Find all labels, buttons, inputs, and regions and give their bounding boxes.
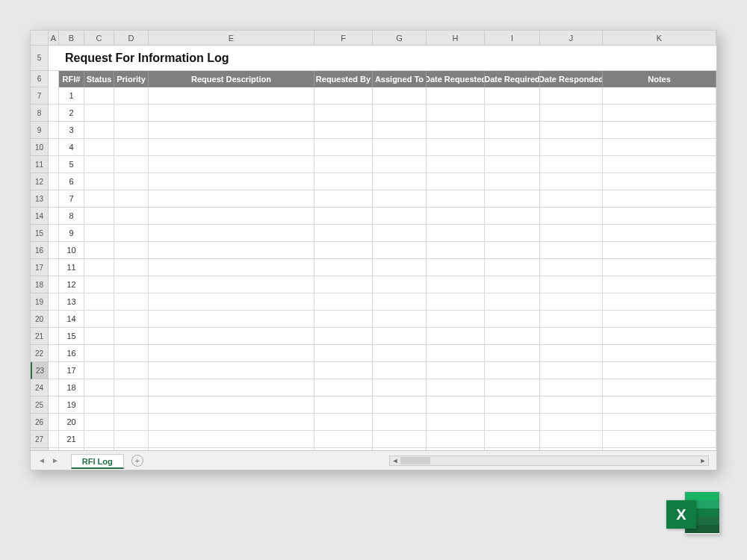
- cell[interactable]: [540, 225, 603, 241]
- cell[interactable]: [149, 276, 314, 293]
- table-row[interactable]: 3: [49, 122, 716, 139]
- cell[interactable]: [540, 156, 603, 172]
- table-row[interactable]: 13: [49, 293, 716, 311]
- cell[interactable]: [373, 225, 427, 241]
- cell[interactable]: [603, 156, 716, 172]
- cell[interactable]: 15: [59, 328, 84, 344]
- cell[interactable]: 18: [59, 379, 84, 396]
- cell[interactable]: [314, 396, 373, 413]
- cell[interactable]: [373, 242, 427, 258]
- cell[interactable]: [114, 362, 149, 379]
- add-sheet-button[interactable]: +: [131, 455, 143, 467]
- cell[interactable]: [314, 414, 373, 430]
- cell[interactable]: [373, 293, 427, 310]
- cell[interactable]: [114, 173, 149, 190]
- table-row[interactable]: 9: [49, 225, 716, 242]
- cell[interactable]: [485, 190, 540, 207]
- row-header[interactable]: 7: [31, 87, 48, 105]
- table-row[interactable]: 14: [49, 311, 716, 328]
- cell[interactable]: [603, 362, 716, 379]
- cell[interactable]: [485, 156, 540, 172]
- cell[interactable]: [84, 242, 114, 258]
- cell[interactable]: [84, 293, 114, 310]
- cell[interactable]: [540, 431, 603, 447]
- cell[interactable]: [427, 225, 485, 241]
- cell[interactable]: 12: [59, 276, 84, 293]
- cell[interactable]: [49, 414, 59, 430]
- row-header[interactable]: 23: [31, 362, 48, 379]
- cell[interactable]: [427, 190, 485, 207]
- cell[interactable]: 17: [59, 362, 84, 379]
- row-header[interactable]: 5: [31, 46, 48, 71]
- cell[interactable]: [149, 362, 314, 379]
- cell[interactable]: [49, 311, 59, 327]
- table-row[interactable]: 4: [49, 139, 716, 156]
- sheet-tab-rfi-log[interactable]: RFI Log: [71, 454, 124, 469]
- cell[interactable]: [427, 362, 485, 379]
- cell[interactable]: [84, 156, 114, 172]
- cell[interactable]: [114, 345, 149, 361]
- cell[interactable]: [603, 311, 716, 327]
- cell[interactable]: 20: [59, 414, 84, 430]
- cell[interactable]: 6: [59, 173, 84, 190]
- cell[interactable]: [314, 311, 373, 327]
- column-header[interactable]: D: [114, 31, 149, 45]
- cell[interactable]: [603, 87, 716, 104]
- cell[interactable]: [540, 259, 603, 276]
- cell[interactable]: [84, 259, 114, 276]
- cell[interactable]: [427, 105, 485, 121]
- table-row[interactable]: 1: [49, 87, 716, 105]
- cell[interactable]: [84, 87, 114, 104]
- cell[interactable]: [114, 414, 149, 430]
- cell[interactable]: [427, 156, 485, 172]
- cell[interactable]: [149, 345, 314, 361]
- scroll-left-icon[interactable]: ◄: [390, 456, 400, 465]
- cell[interactable]: [149, 293, 314, 310]
- cell[interactable]: [485, 87, 540, 104]
- cell[interactable]: 13: [59, 293, 84, 310]
- table-row[interactable]: 18: [49, 379, 716, 396]
- cell[interactable]: [49, 122, 59, 138]
- th-date-responded[interactable]: Date Responded: [540, 71, 603, 87]
- cell[interactable]: [427, 293, 485, 310]
- cell[interactable]: [314, 173, 373, 190]
- row-header[interactable]: 24: [31, 379, 48, 396]
- cell[interactable]: [603, 173, 716, 190]
- th-requested-by[interactable]: Requested By: [314, 71, 373, 87]
- table-row[interactable]: 2: [49, 105, 716, 122]
- cell[interactable]: [603, 122, 716, 138]
- cell[interactable]: [114, 139, 149, 155]
- cell[interactable]: [603, 345, 716, 361]
- cell[interactable]: [114, 293, 149, 310]
- column-header[interactable]: K: [603, 31, 716, 45]
- row-header[interactable]: 16: [31, 242, 48, 259]
- row-header[interactable]: 20: [31, 311, 48, 328]
- cell[interactable]: [373, 414, 427, 430]
- table-row[interactable]: 19: [49, 396, 716, 414]
- th-date-required[interactable]: Date Required: [485, 71, 540, 87]
- cell[interactable]: [114, 259, 149, 276]
- cell[interactable]: [314, 276, 373, 293]
- cell[interactable]: [114, 396, 149, 413]
- cell[interactable]: [540, 276, 603, 293]
- cell[interactable]: [49, 208, 59, 224]
- select-all-corner[interactable]: [31, 31, 49, 45]
- row-header[interactable]: 12: [31, 173, 48, 190]
- cell[interactable]: [485, 105, 540, 121]
- cell[interactable]: [149, 190, 314, 207]
- cell[interactable]: [427, 276, 485, 293]
- column-header[interactable]: H: [427, 31, 485, 45]
- cell[interactable]: [540, 328, 603, 344]
- cell[interactable]: [84, 414, 114, 430]
- cell[interactable]: [84, 139, 114, 155]
- cell[interactable]: [485, 259, 540, 276]
- cell[interactable]: [84, 190, 114, 207]
- cell[interactable]: [540, 396, 603, 413]
- th-assigned-to[interactable]: Assigned To: [373, 71, 427, 87]
- cell[interactable]: [49, 328, 59, 344]
- column-header[interactable]: A: [49, 31, 59, 45]
- cell[interactable]: [84, 122, 114, 138]
- row-header[interactable]: 25: [31, 396, 48, 414]
- cell[interactable]: 16: [59, 345, 84, 361]
- table-row[interactable]: 10: [49, 242, 716, 259]
